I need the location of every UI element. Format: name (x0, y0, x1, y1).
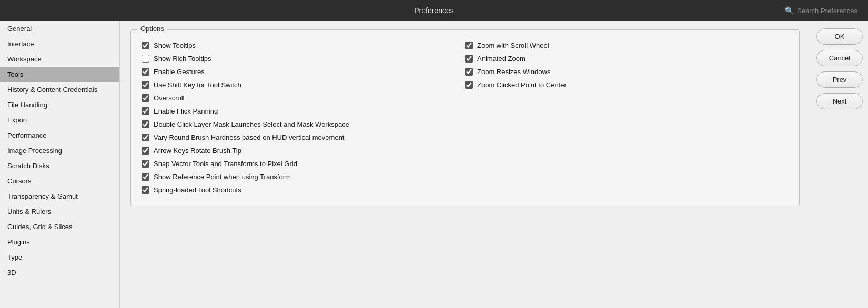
checkbox-row-show-tooltips: Show Tooltips (142, 39, 465, 52)
checkbox-row-use-shift-key: Use Shift Key for Tool Switch (142, 79, 465, 91)
checkbox-use-shift-key[interactable] (142, 81, 149, 89)
checkbox-label-double-click-layer-mask: Double Click Layer Mask Launches Select … (154, 120, 349, 128)
sidebar-item-cursors[interactable]: Cursors (0, 173, 119, 189)
checkbox-row-show-reference-point: Show Reference Point when using Transfor… (142, 171, 465, 183)
checkbox-show-rich-tooltips[interactable] (142, 55, 149, 63)
checkbox-vary-round-brush[interactable] (142, 134, 149, 141)
sidebar-item-file-handling[interactable]: File Handling (0, 97, 119, 112)
search-placeholder: Search Preferences (797, 7, 857, 15)
prev-button[interactable]: Prev (816, 71, 863, 88)
checkbox-label-show-tooltips: Show Tooltips (154, 42, 196, 49)
sidebar-item-scratch-disks[interactable]: Scratch Disks (0, 158, 119, 173)
titlebar-title: Preferences (414, 6, 453, 15)
options-columns: Show TooltipsShow Rich TooltipsEnable Ge… (142, 39, 789, 196)
sidebar-item-general[interactable]: General (0, 21, 119, 36)
sidebar-item-3d[interactable]: 3D (0, 265, 119, 280)
checkbox-label-enable-flick-panning: Enable Flick Panning (154, 107, 218, 115)
checkbox-row-animated-zoom: Animated Zoom (465, 53, 789, 65)
checkbox-row-zoom-scroll-wheel: Zoom with Scroll Wheel (465, 39, 789, 52)
sidebar-item-plugins[interactable]: Plugins (0, 234, 119, 250)
checkbox-row-double-click-layer-mask: Double Click Layer Mask Launches Select … (142, 118, 465, 130)
checkbox-row-show-rich-tooltips: Show Rich Tooltips (142, 53, 465, 65)
checkbox-row-zoom-clicked-point: Zoom Clicked Point to Center (465, 79, 789, 91)
titlebar: Preferences 🔍 Search Preferences (0, 0, 868, 21)
checkbox-show-reference-point[interactable] (142, 173, 149, 181)
checkbox-overscroll[interactable] (142, 94, 149, 102)
checkbox-label-overscroll: Overscroll (154, 94, 185, 102)
checkbox-row-snap-vector-tools: Snap Vector Tools and Transforms to Pixe… (142, 158, 465, 170)
checkbox-row-overscroll: Overscroll (142, 92, 465, 104)
cancel-button[interactable]: Cancel (816, 50, 863, 66)
sidebar: GeneralInterfaceWorkspaceToolsHistory & … (0, 21, 120, 308)
main-layout: GeneralInterfaceWorkspaceToolsHistory & … (0, 21, 868, 308)
checkbox-label-zoom-clicked-point: Zoom Clicked Point to Center (477, 81, 567, 89)
sidebar-item-guides-grid-slices[interactable]: Guides, Grid & Slices (0, 219, 119, 234)
checkbox-label-use-shift-key: Use Shift Key for Tool Switch (154, 81, 241, 89)
checkbox-label-animated-zoom: Animated Zoom (477, 55, 526, 63)
checkbox-enable-flick-panning[interactable] (142, 107, 149, 115)
next-button[interactable]: Next (816, 93, 863, 109)
checkbox-label-zoom-scroll-wheel: Zoom with Scroll Wheel (477, 42, 549, 49)
sidebar-item-export[interactable]: Export (0, 112, 119, 128)
checkbox-double-click-layer-mask[interactable] (142, 120, 149, 128)
sidebar-item-transparency-gamut[interactable]: Transparency & Gamut (0, 189, 119, 204)
ok-button[interactable]: OK (816, 28, 863, 45)
buttons-panel: OK Cancel Prev Next (810, 21, 868, 308)
checkbox-label-show-reference-point: Show Reference Point when using Transfor… (154, 173, 291, 181)
options-legend: Options (137, 25, 167, 33)
checkbox-row-spring-loaded-shortcuts: Spring-loaded Tool Shortcuts (142, 184, 465, 196)
checkbox-snap-vector-tools[interactable] (142, 160, 149, 168)
checkbox-zoom-scroll-wheel[interactable] (465, 42, 473, 49)
checkbox-row-enable-gestures: Enable Gestures (142, 66, 465, 78)
checkbox-label-arrow-keys-rotate: Arrow Keys Rotate Brush Tip (154, 147, 241, 155)
checkbox-label-enable-gestures: Enable Gestures (154, 68, 205, 76)
sidebar-item-image-processing[interactable]: Image Processing (0, 143, 119, 158)
checkbox-label-vary-round-brush: Vary Round Brush Hardness based on HUD v… (154, 134, 344, 141)
checkbox-zoom-clicked-point[interactable] (465, 81, 473, 89)
checkbox-show-tooltips[interactable] (142, 42, 149, 49)
checkbox-row-zoom-resizes-windows: Zoom Resizes Windows (465, 66, 789, 78)
checkbox-row-enable-flick-panning: Enable Flick Panning (142, 105, 465, 117)
sidebar-item-workspace[interactable]: Workspace (0, 52, 119, 67)
checkbox-zoom-resizes-windows[interactable] (465, 68, 473, 76)
sidebar-item-tools[interactable]: Tools (0, 67, 119, 82)
checkbox-row-vary-round-brush: Vary Round Brush Hardness based on HUD v… (142, 131, 465, 143)
checkbox-row-arrow-keys-rotate: Arrow Keys Rotate Brush Tip (142, 145, 465, 157)
checkbox-label-snap-vector-tools: Snap Vector Tools and Transforms to Pixe… (154, 160, 297, 168)
search-icon: 🔍 (785, 6, 794, 15)
right-column: Zoom with Scroll WheelAnimated ZoomZoom … (465, 39, 789, 196)
sidebar-item-type[interactable]: Type (0, 250, 119, 265)
sidebar-item-interface[interactable]: Interface (0, 36, 119, 52)
sidebar-item-performance[interactable]: Performance (0, 128, 119, 143)
checkbox-spring-loaded-shortcuts[interactable] (142, 186, 149, 194)
checkbox-label-spring-loaded-shortcuts: Spring-loaded Tool Shortcuts (154, 186, 241, 194)
sidebar-item-units-rulers[interactable]: Units & Rulers (0, 204, 119, 219)
checkbox-label-show-rich-tooltips: Show Rich Tooltips (154, 55, 211, 63)
left-column: Show TooltipsShow Rich TooltipsEnable Ge… (142, 39, 465, 196)
sidebar-item-history-content-credentials[interactable]: History & Content Credentials (0, 82, 119, 97)
options-group: Options Show TooltipsShow Rich TooltipsE… (130, 29, 800, 206)
search-area[interactable]: 🔍 Search Preferences (785, 6, 857, 15)
checkbox-arrow-keys-rotate[interactable] (142, 147, 149, 155)
checkbox-enable-gestures[interactable] (142, 68, 149, 76)
content-area: Options Show TooltipsShow Rich TooltipsE… (120, 21, 810, 308)
checkbox-label-zoom-resizes-windows: Zoom Resizes Windows (477, 68, 550, 76)
checkbox-animated-zoom[interactable] (465, 55, 473, 63)
